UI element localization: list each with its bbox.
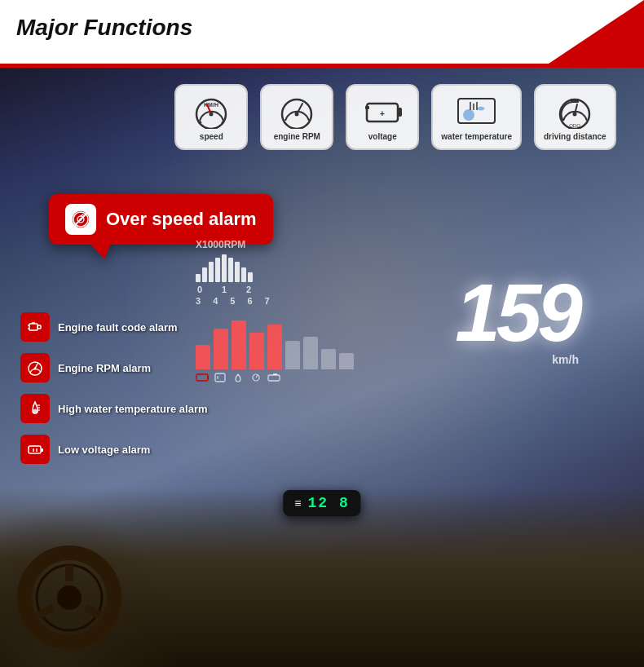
bar-1 [196,345,210,369]
hud-icon-1 [196,373,209,382]
rpm-label: X1000RPM [196,239,270,250]
steering-wheel-icon [16,545,122,651]
svg-rect-51 [268,375,280,381]
rpm-bar-4 [222,254,227,282]
svg-rect-47 [215,373,225,382]
driving-distance-label: driving distance [544,132,607,142]
no-speed-icon [70,209,91,230]
bar-3 [232,320,246,369]
voltage-label: voltage [355,132,409,142]
bar-5 [267,325,282,369]
rpm-numbers-row: 0 1 2 [196,285,253,294]
hud-device-display: 12 8 [307,495,349,511]
hud-icon-2 [214,373,227,382]
voltage-alarm-icon-wrapper [20,435,50,464]
steering-area [0,504,179,667]
bar-4 [249,333,264,369]
bar-8 [321,349,336,369]
svg-point-4 [209,113,213,117]
icon-card-driving-distance: ODO driving distance [534,84,616,150]
speed-display: 159 km/h [455,272,579,366]
alarm-bubble-text: Over speed alarm [106,209,257,230]
water-temp-label: water temperature [441,132,512,142]
alarm-item-engine-rpm: Engine RPM alarm [20,353,208,382]
water-temp-alarm-icon [26,400,44,417]
water-temp-icon [454,92,499,129]
rpm-num-4: 4 [213,296,218,306]
svg-rect-45 [196,374,208,381]
svg-rect-20 [571,99,579,103]
engine-rpm-icon [275,92,320,129]
speedometer-icon: KM/H [189,92,234,129]
header-section: Major Functions [0,0,644,68]
hud-icon-3 [232,373,245,382]
main-content: KM/H speed engine RPM + [0,68,644,667]
speed-value: 159 [455,272,579,353]
rpm-num-5: 5 [230,296,235,306]
voltage-alarm-icon [26,440,44,458]
svg-point-35 [34,368,37,370]
rpm-bar-1 [202,267,207,282]
icon-card-water-temp: water temperature [431,84,522,150]
engine-fault-icon [26,318,44,336]
rpm-alarm-icon [26,359,44,377]
svg-point-19 [572,113,576,117]
header-red-bar [0,64,644,68]
rpm-bar-3 [215,258,220,282]
hud-icon-4 [249,373,262,382]
hud-icon-5 [267,373,280,382]
svg-text:ODO: ODO [569,123,580,128]
engine-fault-text: Engine fault code alarm [58,321,178,334]
hud-bottom-icons [196,373,354,382]
voltage-alarm-text: Low voltage alarm [58,444,150,456]
rpm-bar-5 [228,258,233,282]
rpm-bar-8 [248,272,253,282]
speed-label: speed [184,132,238,142]
svg-rect-28 [37,325,41,329]
svg-rect-40 [29,446,41,453]
svg-text:KM/H: KM/H [204,102,218,108]
rpm-num-6: 6 [247,296,252,306]
header-accent-triangle [546,0,644,65]
svg-point-58 [57,585,82,610]
rpm-markers [196,254,270,282]
engine-fault-icon-wrapper [20,312,50,342]
rpm-num-0: 0 [197,285,202,294]
steering-wheel [16,545,122,651]
feature-icons-row: KM/H speed engine RPM + [163,84,628,150]
svg-text:+: + [380,109,385,118]
hud-device-menu-icon: ≡ [294,497,301,510]
svg-rect-27 [29,324,37,330]
rpm-bar-2 [209,262,214,282]
hud-device: ≡ 12 8 [283,490,360,516]
equalizer-chart [196,312,354,382]
engine-rpm-alarm-icon-wrapper [20,353,50,382]
svg-rect-9 [398,108,402,117]
svg-line-50 [256,375,258,378]
icon-card-engine-rpm: engine RPM [260,84,333,150]
page-title: Major Functions [16,15,628,41]
alarm-item-engine-fault: Engine fault code alarm [20,312,208,342]
svg-rect-46 [207,376,209,379]
bar-6 [285,341,300,369]
svg-rect-52 [273,373,277,375]
rpm-bar-6 [235,262,240,282]
alarm-icon-wrapper [65,204,96,235]
alarm-item-water-temp: High water temperature alarm [20,394,208,423]
bar-7 [303,337,318,369]
bar-2 [214,329,228,369]
rpm-bar-7 [241,267,246,282]
svg-point-7 [294,113,298,117]
bar-chart [196,312,354,369]
svg-rect-0 [189,92,234,129]
svg-point-39 [33,409,37,413]
svg-point-13 [463,109,474,121]
alarm-item-voltage: Low voltage alarm [20,435,208,464]
water-temp-alarm-icon-wrapper [20,394,50,423]
svg-rect-42 [28,447,29,448]
icon-card-speed: KM/H speed [174,84,248,150]
svg-line-57 [86,607,100,616]
rpm-upper-numbers: 3 4 5 6 7 [196,296,270,306]
driving-distance-icon: ODO [553,92,598,129]
over-speed-alarm-bubble: Over speed alarm [49,194,273,245]
